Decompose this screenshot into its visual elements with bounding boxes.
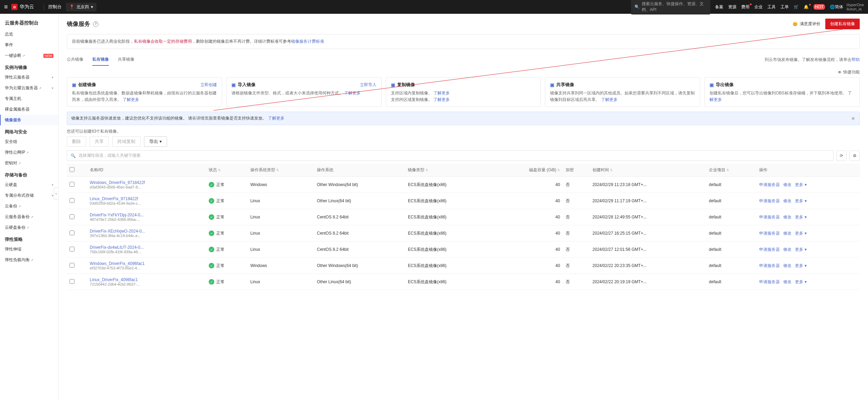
sidebar-item[interactable]: 裸金属服务器 [0, 104, 58, 115]
refresh-button[interactable]: ⟳ [836, 151, 847, 161]
learn-more-link[interactable]: 了解更多 [432, 91, 450, 95]
sidebar-item[interactable]: 弹性负载均衡↗ [0, 255, 58, 265]
more-link[interactable]: 更多 ▾ [795, 214, 806, 220]
column-header[interactable]: 操作 [756, 164, 860, 177]
sidebar-item[interactable]: 总览 [0, 29, 58, 40]
settings-button[interactable]: ⚙ [849, 151, 860, 161]
top-link[interactable]: 企业 [754, 4, 763, 10]
row-checkbox[interactable] [70, 279, 74, 284]
learn-more-link[interactable]: 了解更多 [600, 97, 617, 102]
row-checkbox[interactable] [70, 198, 74, 203]
apply-server-link[interactable]: 申请服务器 [759, 263, 780, 269]
filter-input[interactable]: 🔍 选择属性筛选，或输入关键字搜索 [67, 150, 834, 161]
apply-server-link[interactable]: 申请服务器 [759, 279, 780, 285]
help-icon[interactable]: ? [93, 21, 99, 27]
cart-icon[interactable]: 🛒 [794, 4, 799, 9]
tab[interactable]: 公共镜像 [67, 54, 83, 66]
image-name-link[interactable]: DriverFix-dx4wLtUT-2024-0... [90, 245, 203, 250]
column-header[interactable]: 名称/ID [87, 164, 206, 177]
sidebar-item[interactable]: 华为云耀云服务器↗▾ [0, 83, 58, 93]
share-button[interactable]: 共享 [90, 136, 109, 147]
row-checkbox[interactable] [70, 263, 74, 268]
card-action[interactable]: 立即导入 [360, 82, 376, 88]
quick-functions[interactable]: 👁快捷功能 [838, 69, 860, 75]
column-header[interactable]: 操作系统 [314, 164, 405, 177]
more-link[interactable]: 更多 ▾ [795, 230, 806, 236]
region-selector[interactable]: 📍 北京四 ▾ [66, 3, 96, 11]
learn-more-link[interactable]: 了解更多 [432, 97, 450, 102]
banner-more[interactable]: 了解更多 [268, 116, 285, 121]
column-header[interactable]: 磁盘容量 (GiB)⇅ [491, 164, 563, 177]
column-header[interactable]: 状态⇅ [206, 164, 248, 177]
edit-link[interactable]: 修改 [783, 230, 792, 236]
delete-button[interactable]: 删除 [67, 136, 86, 147]
edit-link[interactable]: 修改 [783, 247, 792, 253]
edit-link[interactable]: 修改 [783, 182, 792, 188]
top-link[interactable]: 工单 [781, 4, 789, 10]
column-header[interactable]: 镜像类型⇅ [405, 164, 491, 177]
tab[interactable]: 共享镜像 [118, 54, 134, 66]
user-menu[interactable]: HyperOne liuxun_ia [847, 3, 864, 11]
row-checkbox[interactable] [70, 182, 74, 187]
sidebar-item[interactable]: 云备份↗ [0, 201, 58, 212]
apply-server-link[interactable]: 申请服务器 [759, 214, 780, 220]
bell-icon[interactable]: 🔔 [804, 4, 809, 9]
close-icon[interactable]: ✕ [851, 116, 855, 121]
help-link[interactable]: 帮助 [851, 57, 860, 62]
column-header[interactable]: 操作系统类型⇅ [248, 164, 314, 177]
sidebar-item[interactable]: 镜像服务 [0, 115, 58, 125]
notice-link[interactable]: 镜像服务计费标准 [291, 39, 324, 44]
column-header[interactable]: 创建时间⇅ [590, 164, 706, 177]
more-link[interactable]: 更多 ▾ [795, 247, 806, 253]
sidebar-item[interactable]: 专属主机 [0, 93, 58, 104]
image-name-link[interactable]: Windows_DriverFix_4096fac1 [90, 261, 203, 266]
column-header[interactable]: 加密 [563, 164, 590, 177]
image-name-link[interactable]: Linux_DriverFix_4096fac1 [90, 277, 203, 282]
card-action[interactable]: 立即创建 [200, 82, 217, 88]
more-link[interactable]: 更多 ▾ [795, 263, 806, 269]
image-name-link[interactable]: DriverFix-XEcHxjwO-2024-0... [90, 229, 203, 234]
sidebar-item[interactable]: 弹性公网IP↗ [0, 147, 58, 158]
top-link[interactable]: 工具 [767, 4, 776, 10]
sidebar-item[interactable]: 事件 [0, 40, 58, 50]
top-link[interactable]: 资源 [728, 4, 736, 10]
rating-link[interactable]: 😊 满意度评价 [793, 21, 820, 27]
sidebar-item[interactable]: 密钥对↗ [0, 158, 58, 168]
globe-icon[interactable]: 🌐简体 [830, 4, 843, 10]
create-private-image-button[interactable]: 创建私有镜像 [825, 19, 860, 29]
console-label[interactable]: 控制台 [48, 4, 62, 10]
learn-more-link[interactable]: 了解更多 [343, 91, 361, 95]
sidebar-item[interactable]: 一键诊断↗NEW [0, 50, 58, 61]
select-all-checkbox[interactable] [70, 167, 74, 172]
apply-server-link[interactable]: 申请服务器 [759, 247, 780, 253]
sidebar-item[interactable]: 云硬盘备份↗ [0, 222, 58, 233]
sidebar-item[interactable]: 云服务器备份↗ [0, 212, 58, 222]
top-link[interactable]: 备案 [715, 4, 723, 10]
tab[interactable]: 私有镜像 [92, 54, 109, 66]
hamburger-icon[interactable]: ≡ [4, 3, 8, 11]
image-name-link[interactable]: Windows_DriverFix_9718422f [90, 180, 203, 185]
apply-server-link[interactable]: 申请服务器 [759, 198, 780, 204]
more-link[interactable]: 更多 ▾ [795, 279, 806, 285]
more-link[interactable]: 更多 ▾ [795, 182, 806, 188]
row-checkbox[interactable] [70, 230, 74, 235]
sidebar-item[interactable]: 云硬盘▾ [0, 180, 58, 190]
image-name-link[interactable]: DriverFix-YxFkYDpj-2024-0... [90, 213, 203, 217]
learn-more-link[interactable]: 了解更多 [122, 97, 139, 102]
apply-server-link[interactable]: 申请服务器 [759, 230, 780, 236]
export-button[interactable]: 导出 ▾ [144, 136, 167, 147]
sidebar-collapse[interactable]: ‹ [54, 187, 59, 200]
sidebar-item[interactable]: 弹性云服务器▾ [0, 72, 58, 83]
edit-link[interactable]: 修改 [783, 198, 792, 204]
row-checkbox[interactable] [70, 214, 74, 219]
edit-link[interactable]: 修改 [783, 263, 792, 269]
edit-link[interactable]: 修改 [783, 279, 792, 285]
more-link[interactable]: 更多 ▾ [795, 198, 806, 204]
apply-server-link[interactable]: 申请服务器 [759, 182, 780, 188]
sidebar-item[interactable]: 专属分布式存储▾ [0, 190, 58, 201]
image-name-link[interactable]: Linux_DriverFix_9718422f [90, 196, 203, 201]
edit-link[interactable]: 修改 [783, 214, 792, 220]
top-link[interactable]: 费用 [741, 4, 750, 10]
column-header[interactable]: 企业项目⇅ [706, 164, 756, 177]
global-search[interactable]: 🔍 搜索云服务、快捷操作、资源、文档、API [631, 0, 710, 14]
